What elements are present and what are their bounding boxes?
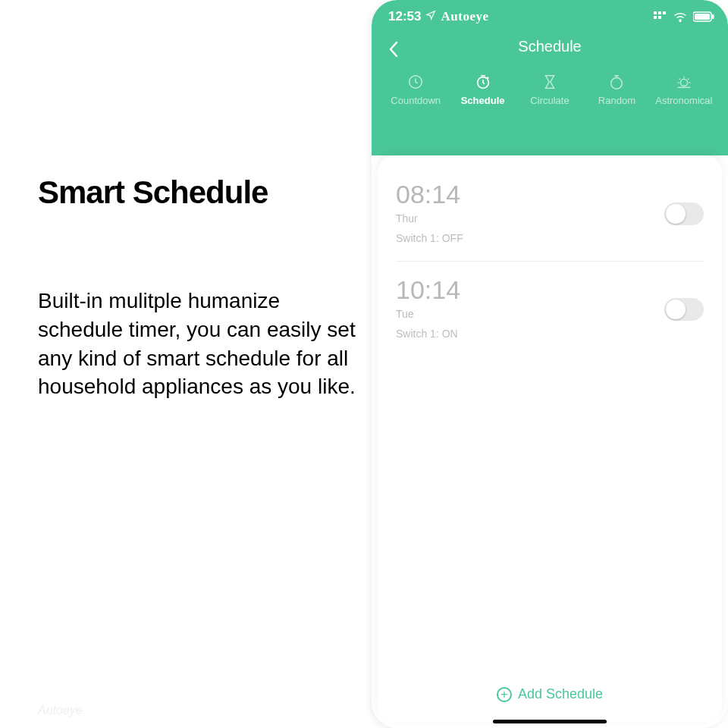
page-title: Schedule <box>518 38 581 55</box>
status-brand: Autoeye <box>441 9 488 24</box>
schedule-item[interactable]: 08:14 Thur Switch 1: OFF <box>378 166 722 261</box>
svg-point-11 <box>611 78 623 89</box>
svg-rect-4 <box>658 16 661 19</box>
schedule-item[interactable]: 10:14 Tue Switch 1: ON <box>378 262 722 356</box>
back-button[interactable] <box>381 38 406 64</box>
location-icon <box>425 9 436 24</box>
tab-label: Schedule <box>449 95 516 106</box>
schedule-time: 08:14 <box>396 180 704 209</box>
tab-astronomical[interactable]: Astronomical <box>651 74 717 106</box>
marketing-title: Smart Schedule <box>38 174 356 211</box>
home-indicator[interactable] <box>493 720 607 723</box>
schedule-toggle[interactable] <box>664 298 704 321</box>
schedule-day: Tue <box>396 308 704 320</box>
content-card: 08:14 Thur Switch 1: OFF 10:14 Tue Switc… <box>378 155 722 722</box>
schedule-day: Thur <box>396 212 704 224</box>
svg-point-12 <box>680 79 687 86</box>
schedule-state: Switch 1: OFF <box>396 232 704 244</box>
tab-label: Random <box>583 95 650 106</box>
svg-rect-7 <box>695 14 710 20</box>
tab-circulate[interactable]: Circulate <box>516 74 583 106</box>
grid-icon <box>654 11 667 22</box>
svg-rect-3 <box>654 16 657 19</box>
tab-label: Circulate <box>516 95 583 106</box>
app-header: 12:53 Autoeye <box>372 0 728 155</box>
svg-rect-2 <box>663 11 666 14</box>
schedule-toggle[interactable] <box>664 202 704 225</box>
tab-countdown[interactable]: Countdown <box>382 74 449 106</box>
svg-rect-0 <box>654 11 657 14</box>
schedule-state: Switch 1: ON <box>396 328 704 340</box>
marketing-body: Built-in mulitple humanize schedule time… <box>38 287 356 401</box>
battery-icon <box>693 11 714 22</box>
tab-random[interactable]: Random <box>583 74 650 106</box>
tab-label: Astronomical <box>651 95 717 106</box>
plus-icon: + <box>497 687 512 702</box>
status-bar: 12:53 Autoeye <box>372 0 728 24</box>
tab-schedule[interactable]: Schedule <box>449 74 516 106</box>
add-schedule-label: Add Schedule <box>518 686 603 702</box>
tab-label: Countdown <box>382 95 449 106</box>
tab-bar: Countdown Schedule Circulate Random Astr… <box>372 74 728 106</box>
marketing-block: Smart Schedule Built-in mulitple humaniz… <box>38 174 356 401</box>
status-time: 12:53 <box>388 9 421 24</box>
svg-rect-1 <box>658 11 661 14</box>
wifi-icon <box>673 11 687 22</box>
add-schedule-button[interactable]: + Add Schedule <box>378 673 722 722</box>
schedule-list: 08:14 Thur Switch 1: OFF 10:14 Tue Switc… <box>378 155 722 673</box>
svg-rect-8 <box>712 14 714 19</box>
phone-frame: 12:53 Autoeye <box>372 0 728 728</box>
svg-point-5 <box>679 20 681 22</box>
schedule-time: 10:14 <box>396 275 704 305</box>
watermark: Autoeye <box>38 704 83 717</box>
